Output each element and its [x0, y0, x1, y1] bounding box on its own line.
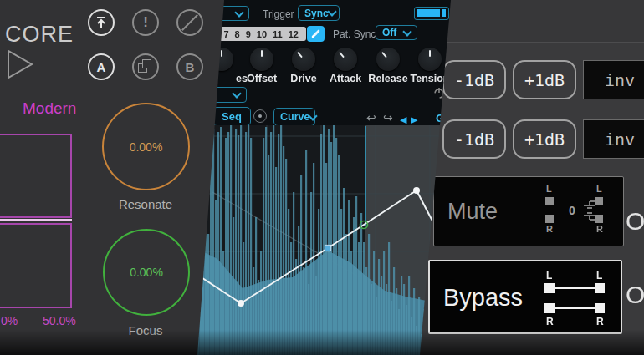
- plus-button[interactable]: +1dB: [513, 119, 576, 159]
- scale-label-fifty: 50.0%: [43, 314, 76, 327]
- channel-label-r: R: [596, 316, 604, 327]
- minus-button[interactable]: -1dB: [442, 60, 506, 99]
- link-icon: [309, 28, 322, 40]
- seq-label: Seq: [222, 110, 242, 123]
- mute-button[interactable]: Mute L R 0 L R: [433, 176, 624, 246]
- focus-knob[interactable]: 0.00%: [103, 229, 190, 316]
- chevron-down-icon: [234, 8, 243, 17]
- trigger-dropdown[interactable]: Sync: [298, 5, 340, 21]
- knob-indicator: [339, 52, 345, 58]
- trigger-label: Trigger: [263, 8, 294, 20]
- focus-value: 0.00%: [130, 266, 163, 279]
- curve-label: Curve: [280, 111, 309, 123]
- scale-label-zero: 0%: [1, 314, 18, 327]
- output-r-node: [595, 215, 603, 223]
- minus-button[interactable]: -1dB: [442, 119, 506, 159]
- mid-knob-release[interactable]: [376, 48, 400, 71]
- knob-indicator: [429, 50, 431, 57]
- display-rect-lower[interactable]: [0, 223, 72, 308]
- l-connection-line: [555, 287, 595, 289]
- mid-knob-offset[interactable]: [250, 48, 273, 71]
- pattern-step[interactable]: 8: [235, 29, 240, 39]
- channel-label-l: L: [596, 270, 602, 281]
- ab-b-button[interactable]: B: [176, 53, 203, 80]
- pattern-step[interactable]: 10: [257, 29, 267, 39]
- channel-label-l: L: [546, 184, 552, 194]
- ab-a-button[interactable]: A: [88, 53, 115, 80]
- value-bar[interactable]: [414, 7, 449, 20]
- pattern-step[interactable]: 12: [289, 29, 299, 39]
- copy-button[interactable]: [132, 53, 159, 80]
- input-l-node: [545, 197, 554, 205]
- knob-indicator: [381, 52, 387, 58]
- alert-button[interactable]: !: [132, 9, 159, 36]
- resonate-value: 0.00%: [130, 140, 163, 154]
- channel-label-r: R: [546, 224, 553, 234]
- pattern-step[interactable]: 7: [223, 29, 228, 39]
- upload-icon: [94, 15, 109, 30]
- bypass-button[interactable]: Bypass L L R R: [428, 260, 622, 334]
- value-bar-handle: [442, 9, 446, 17]
- input-r-node: [544, 303, 555, 313]
- prev-button[interactable]: ◀: [400, 114, 406, 125]
- alert-icon: !: [143, 14, 148, 31]
- value-bar-fill: [417, 9, 440, 17]
- resonate-knob[interactable]: 0.00%: [102, 103, 190, 190]
- disable-button[interactable]: [176, 9, 203, 36]
- core-title: CORE: [5, 22, 74, 48]
- channel-label-l: L: [596, 184, 602, 194]
- pattern-link-button[interactable]: [307, 26, 325, 42]
- display-rect-upper[interactable]: [0, 134, 72, 218]
- resonate-label: Resonate: [95, 197, 196, 211]
- trigger-value: Sync: [304, 8, 329, 19]
- output-l-node: [595, 197, 603, 205]
- invert-button[interactable]: inv: [583, 60, 644, 99]
- divider: [418, 42, 644, 43]
- output-l-node: [595, 283, 605, 293]
- pat-sync-label: Pat. Sync: [333, 28, 376, 40]
- output-r-node: [595, 303, 605, 313]
- pattern-steps[interactable]: 6789101112: [209, 27, 306, 41]
- right-panel-header: [418, 0, 644, 42]
- input-l-node: [544, 283, 555, 293]
- bypass-label: Bypass: [443, 283, 523, 311]
- chevron-down-icon: [402, 27, 411, 36]
- undo-button[interactable]: ↩: [366, 111, 376, 124]
- display-divider: [0, 219, 72, 221]
- pat-sync-value: Off: [382, 27, 396, 38]
- knob-indicator: [261, 50, 263, 57]
- pat-sync-dropdown[interactable]: Off: [376, 25, 417, 40]
- preset-name[interactable]: Modern: [23, 99, 76, 118]
- dot-toggle-button[interactable]: [253, 109, 267, 123]
- input-r-node: [545, 215, 554, 223]
- plugin-collage: CORE ! A B Modern: [0, 0, 644, 355]
- play-icon[interactable]: [6, 48, 36, 80]
- mid-knob-attack[interactable]: [334, 48, 357, 71]
- next-button[interactable]: ▶: [411, 114, 417, 125]
- curve-dropdown[interactable]: Curve: [273, 108, 315, 126]
- channel-label-r: R: [546, 316, 554, 327]
- plus-button[interactable]: +1dB: [513, 60, 576, 99]
- mute-side-text: O: [626, 207, 644, 236]
- upload-button[interactable]: [88, 9, 115, 36]
- knob-indicator: [221, 50, 222, 57]
- invert-button[interactable]: inv: [583, 119, 644, 159]
- chevron-down-icon: [309, 111, 318, 120]
- channel-label-r: R: [596, 224, 603, 234]
- bypass-side-text: O: [626, 281, 644, 309]
- dot-icon: [258, 114, 262, 118]
- mid-knob-tension[interactable]: [418, 48, 442, 71]
- chevron-down-icon: [232, 89, 241, 98]
- focus-label: Focus: [95, 323, 196, 337]
- a-label: A: [97, 60, 106, 74]
- r-connection-line: [555, 307, 595, 309]
- mid-knob-drive[interactable]: [292, 48, 315, 71]
- knob-indicator: [297, 52, 303, 58]
- pattern-step[interactable]: 9: [246, 29, 251, 39]
- channel-label-l: L: [546, 270, 552, 281]
- copy-icon: [138, 59, 153, 74]
- pattern-step[interactable]: 11: [273, 29, 283, 39]
- seq-button[interactable]: Seq: [212, 107, 251, 126]
- mute-label: Mute: [447, 199, 498, 225]
- redo-button[interactable]: ↪: [383, 111, 393, 124]
